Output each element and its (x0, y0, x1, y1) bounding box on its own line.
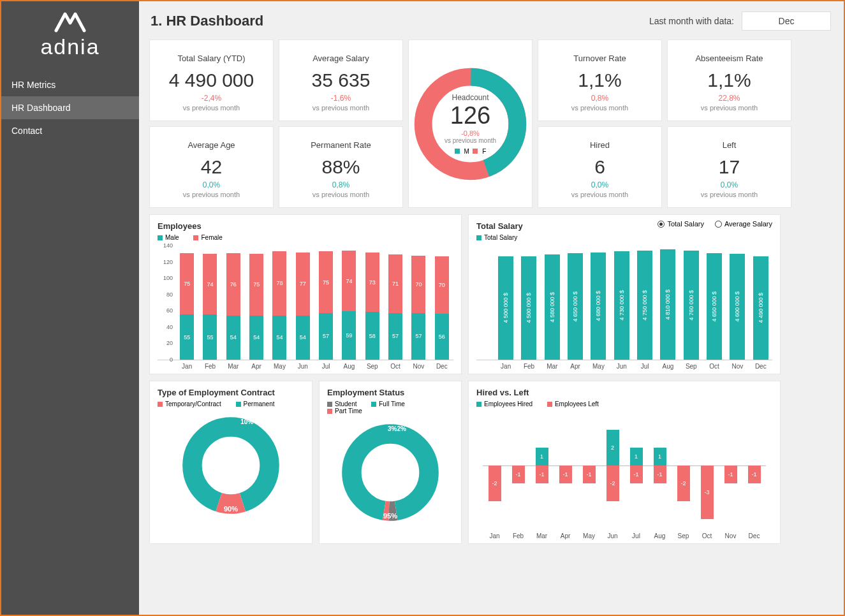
brand-text: adnia (1, 34, 139, 59)
month-filter: Last month with data: Dec (649, 11, 831, 31)
brand-logo: adnia (1, 1, 139, 73)
emp-status-donut: 95% 3%2% (339, 422, 441, 524)
sidebar: adnia HR MetricsHR DashboardContact (1, 1, 139, 615)
employees-chart: 0204060801001201405575557454765475547854… (158, 246, 453, 370)
logo-icon (51, 11, 89, 33)
month-select[interactable]: Dec (742, 11, 831, 31)
svg-point-4 (351, 434, 429, 511)
page-header: 1. HR Dashboard Last month with data: De… (149, 8, 832, 40)
kpi-avg-age: Average Age420,0%vs previous month (149, 126, 274, 208)
hired-left-title: Hired vs. Left (476, 388, 772, 397)
salary-chart: 4 500 000 $4 500 000 $4 580 000 $4 650 0… (476, 246, 772, 370)
kpi-absentee: Absenteeism Rate1,1%22,8%vs previous mon… (667, 40, 791, 121)
emp-status-card: Employment Status Student Full Time Part… (319, 381, 462, 544)
sidebar-item-hr-metrics[interactable]: HR Metrics (1, 73, 139, 96)
hired-left-legend: Employees Hired Employees Left (476, 401, 772, 408)
salary-legend: Total Salary (476, 235, 772, 242)
contract-type-title: Type of Employment Contract (158, 388, 304, 397)
hired-left-card: Hired vs. Left Employees Hired Employees… (468, 381, 781, 544)
sidebar-item-hr-dashboard[interactable]: HR Dashboard (1, 96, 139, 119)
month-filter-label: Last month with data: (649, 16, 734, 26)
kpi-left: Left170,0%vs previous month (667, 126, 791, 208)
page-title: 1. HR Dashboard (151, 13, 263, 29)
app-frame: adnia HR MetricsHR DashboardContact 1. H… (1, 1, 844, 615)
kpi-hired: Hired60,0%vs previous month (538, 126, 662, 208)
kpi-total-salary: Total Salary (YTD)4 490 000-2,4%vs previ… (149, 40, 274, 121)
employees-legend: Male Female (158, 235, 453, 242)
salary-radio-group: Total Salary Average Salary (649, 220, 772, 229)
employees-chart-title: Employees (158, 221, 453, 231)
svg-point-2 (192, 427, 269, 504)
contract-legend: Temporary/Contract Permanent (158, 401, 304, 408)
kpi-avg-salary: Average Salary35 635-1,6%vs previous mon… (279, 40, 403, 121)
emp-status-title: Employment Status (327, 388, 453, 397)
emp-status-legend: Student Full Time Part Time (327, 401, 453, 415)
kpi-grid: Total Salary (YTD)4 490 000-2,4%vs previ… (149, 40, 832, 208)
main-area: 1. HR Dashboard Last month with data: De… (139, 1, 844, 615)
contract-donut: 90% 10% (180, 414, 282, 517)
salary-chart-card: Total Salary Total Salary Average Salary… (468, 214, 781, 374)
kpi-turnover: Turnover Rate1,1%0,8%vs previous month (538, 40, 662, 121)
kpi-perm-rate: Permanent Rate88%0,8%vs previous month (279, 126, 403, 208)
radio-average-salary[interactable]: Average Salary (715, 220, 772, 228)
sidebar-item-contact[interactable]: Contact (1, 119, 139, 142)
nav-list: HR MetricsHR DashboardContact (1, 73, 139, 142)
contract-type-card: Type of Employment Contract Temporary/Co… (149, 381, 312, 544)
headcount-donut-card: Headcount 126 -0,8% vs previous month M … (408, 40, 533, 208)
hired-left-chart: -2-11-1-1-12-21-11-1-2-3-1-1 JanFebMarAp… (476, 412, 772, 539)
employees-chart-card: Employees Male Female 020406080100120140… (149, 214, 462, 374)
radio-total-salary[interactable]: Total Salary (658, 220, 703, 228)
